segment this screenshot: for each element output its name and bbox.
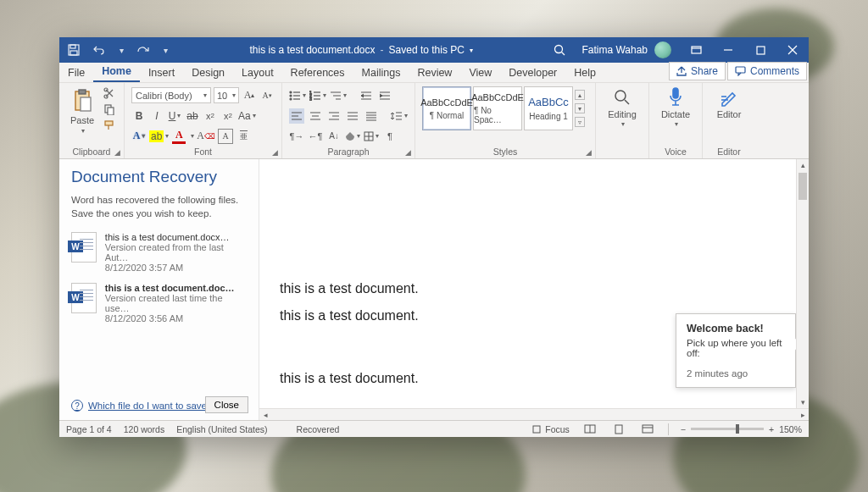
editing-button[interactable]: Editing ▾ — [603, 86, 642, 128]
editor-button[interactable]: Editor — [709, 86, 748, 119]
styles-gallery-more[interactable]: ▴▾▿ — [575, 86, 588, 130]
zoom-in-button[interactable]: + — [769, 424, 774, 434]
subscript-button[interactable]: x2 — [203, 108, 218, 124]
recovery-item[interactable]: this is a test document.docx… Version cr… — [71, 232, 248, 273]
ribbon-display-options-icon[interactable] — [680, 37, 712, 63]
superscript-button[interactable]: x2 — [220, 108, 236, 124]
font-name-select[interactable]: Calibri (Body)▾ — [131, 87, 211, 103]
change-case-button[interactable]: Aa▾ — [238, 108, 256, 124]
sort-button[interactable]: A↓ — [326, 129, 342, 144]
zoom-slider[interactable] — [691, 428, 764, 430]
status-words[interactable]: 120 words — [124, 424, 164, 434]
focus-mode-button[interactable]: Focus — [531, 424, 570, 434]
clear-formatting-button[interactable]: A⌫ — [197, 129, 215, 144]
status-page[interactable]: Page 1 of 4 — [66, 424, 112, 434]
minimize-icon[interactable] — [712, 37, 744, 63]
svg-rect-19 — [105, 121, 113, 125]
style-no-spacing[interactable]: AaBbCcDdE¶ No Spac… — [473, 86, 522, 130]
bold-button[interactable]: B — [131, 108, 147, 124]
zoom-level[interactable]: 150% — [779, 424, 802, 434]
rtl-button[interactable]: ←¶ — [308, 129, 323, 144]
style-heading-1[interactable]: AaBbCcHeading 1 — [524, 86, 573, 130]
share-button[interactable]: Share — [669, 62, 726, 80]
document-recovery-pane: Document Recovery Word has recovered the… — [59, 159, 259, 420]
tab-home[interactable]: Home — [93, 62, 140, 82]
save-status[interactable]: Saved to this PC ▾ — [389, 44, 473, 56]
tab-design[interactable]: Design — [183, 64, 233, 82]
paste-button[interactable]: Paste ▾ — [66, 86, 98, 136]
format-painter-icon[interactable] — [102, 119, 117, 132]
dictate-button[interactable]: Dictate ▾ — [656, 86, 695, 128]
print-layout-icon[interactable] — [610, 423, 627, 436]
comments-button[interactable]: Comments — [727, 62, 807, 80]
multilevel-list-button[interactable]: ▾ — [330, 88, 347, 103]
shrink-font-icon[interactable]: A▾ — [259, 88, 275, 103]
dialog-launcher-icon[interactable]: ◢ — [405, 148, 411, 157]
scroll-right-icon[interactable]: ▸ — [797, 411, 809, 419]
dialog-launcher-icon[interactable]: ◢ — [114, 148, 120, 157]
strikethrough-button[interactable]: ab — [185, 108, 200, 124]
style-normal[interactable]: AaBbCcDdE¶ Normal — [422, 86, 471, 130]
tab-insert[interactable]: Insert — [140, 64, 183, 82]
scroll-thumb[interactable] — [798, 173, 807, 200]
italic-button[interactable]: I — [149, 108, 164, 124]
qat-customize-icon[interactable]: ▾ — [159, 46, 171, 55]
close-icon[interactable] — [776, 37, 809, 63]
maximize-icon[interactable] — [744, 37, 776, 63]
tab-mailings[interactable]: Mailings — [353, 64, 409, 82]
show-marks-button[interactable]: ¶ — [382, 129, 398, 144]
horizontal-scrollbar[interactable]: ◂ ▸ — [259, 408, 809, 420]
underline-button[interactable]: U▾ — [167, 108, 182, 124]
ltr-button[interactable]: ¶→ — [289, 129, 304, 144]
scroll-left-icon[interactable]: ◂ — [259, 411, 271, 419]
copy-icon[interactable] — [102, 102, 117, 116]
save-icon[interactable] — [64, 41, 83, 59]
text-effects-button[interactable]: A▾ — [131, 129, 147, 144]
tab-file[interactable]: File — [59, 64, 93, 82]
increase-indent-button[interactable] — [377, 88, 392, 103]
tab-review[interactable]: Review — [409, 64, 460, 82]
tab-developer[interactable]: Developer — [500, 64, 565, 82]
font-color-button[interactable]: A — [171, 129, 186, 144]
borders-button[interactable]: ▾ — [364, 129, 379, 144]
status-language[interactable]: English (United States) — [176, 424, 267, 434]
line-spacing-button[interactable]: ▾ — [391, 108, 408, 124]
svg-rect-18 — [108, 108, 114, 115]
web-layout-icon[interactable] — [639, 423, 656, 436]
decrease-indent-button[interactable] — [359, 88, 374, 103]
undo-dropdown-icon[interactable]: ▾ — [115, 46, 127, 55]
justify-button[interactable] — [345, 108, 360, 124]
read-mode-icon[interactable] — [581, 423, 598, 436]
welcome-back-callout[interactable]: Welcome back! Pick up where you left off… — [676, 313, 796, 388]
align-center-button[interactable] — [308, 108, 323, 124]
redo-icon[interactable] — [134, 41, 153, 59]
tab-references[interactable]: References — [282, 64, 353, 82]
tab-help[interactable]: Help — [565, 64, 604, 82]
numbering-button[interactable]: 123▾ — [309, 88, 326, 103]
zoom-out-button[interactable]: − — [681, 424, 686, 434]
character-border-icon[interactable]: A — [218, 129, 233, 144]
scroll-up-icon[interactable]: ▴ — [797, 159, 809, 171]
scroll-down-icon[interactable]: ▾ — [797, 396, 809, 408]
bullets-button[interactable]: ▾ — [289, 88, 306, 103]
font-size-select[interactable]: 10▾ — [214, 87, 239, 103]
tab-view[interactable]: View — [460, 64, 500, 82]
distributed-button[interactable] — [364, 108, 379, 124]
shading-button[interactable]: ▾ — [345, 129, 360, 144]
highlight-button[interactable]: ab▾ — [149, 129, 169, 144]
recovery-item[interactable]: this is a test document.doc… Version cre… — [71, 283, 248, 323]
dialog-launcher-icon[interactable]: ◢ — [272, 148, 278, 157]
vertical-scrollbar[interactable]: ▴ ▾ — [796, 159, 809, 408]
user-account[interactable]: Fatima Wahab — [573, 41, 680, 58]
search-icon[interactable] — [546, 37, 573, 63]
undo-icon[interactable] — [90, 41, 108, 59]
cut-icon[interactable] — [102, 86, 117, 100]
dialog-launcher-icon[interactable]: ◢ — [586, 148, 592, 157]
align-left-button[interactable] — [289, 108, 304, 124]
grow-font-icon[interactable]: A▴ — [242, 88, 257, 103]
tab-layout[interactable]: Layout — [233, 64, 282, 82]
phonetic-guide-icon[interactable]: 亜 — [236, 129, 251, 144]
svg-rect-2 — [70, 51, 77, 55]
recovery-close-button[interactable]: Close — [205, 396, 248, 413]
align-right-button[interactable] — [326, 108, 342, 124]
